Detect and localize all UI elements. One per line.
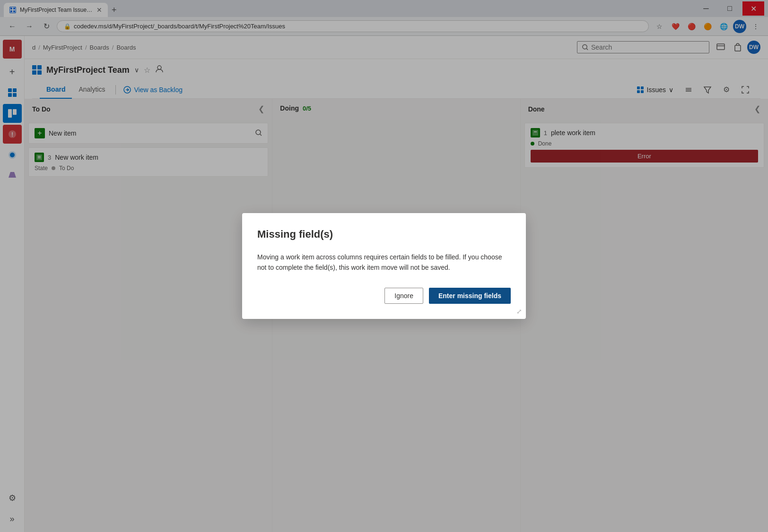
modal-body: Moving a work item across columns requir… bbox=[257, 252, 511, 273]
modal-overlay: Missing field(s) Moving a work item acro… bbox=[0, 0, 768, 532]
enter-missing-fields-button[interactable]: Enter missing fields bbox=[429, 288, 511, 304]
ignore-button[interactable]: Ignore bbox=[384, 288, 423, 304]
missing-fields-modal: Missing field(s) Moving a work item acro… bbox=[242, 213, 526, 319]
modal-title: Missing field(s) bbox=[257, 228, 511, 240]
modal-footer: Ignore Enter missing fields bbox=[257, 288, 511, 304]
modal-resize-handle[interactable]: ⤢ bbox=[516, 308, 522, 315]
